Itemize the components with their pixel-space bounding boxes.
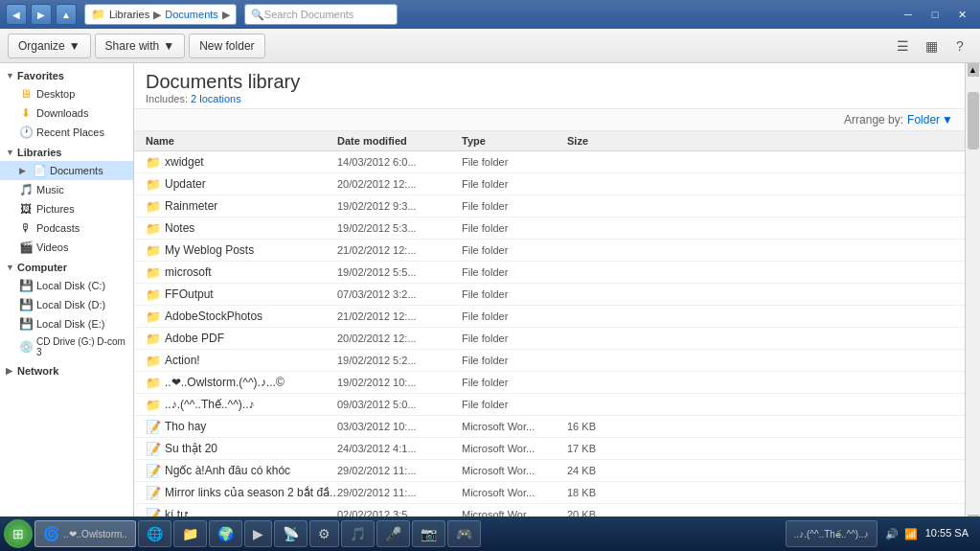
taskbar: ⊞ 🌀 ..❤..Owlstorm.. 🌐 📁 🌍 ▶ 📡 ⚙ 🎵 🎤 📷 🎮 …: [0, 517, 980, 551]
search-bar[interactable]: 🔍 Search Documents: [244, 4, 398, 25]
file-type: Microsoft Wor...: [462, 487, 567, 498]
scrollbar[interactable]: ▲ ▼: [965, 63, 980, 528]
file-name: FFOutput: [165, 287, 214, 301]
column-size[interactable]: Size: [567, 135, 644, 147]
file-type: File folder: [462, 355, 567, 366]
list-item[interactable]: 📁 My Weblog Posts 21/02/2012 12:... File…: [134, 240, 965, 262]
file-type: File folder: [462, 222, 567, 234]
folder-icon: 📁: [146, 242, 161, 258]
taskbar-game-icon: 🎮: [456, 526, 472, 541]
taskbar-app1-icon: 📁: [182, 526, 198, 541]
nav-item-videos[interactable]: 🎬 Videos: [0, 238, 133, 257]
minimize-button[interactable]: ─: [896, 6, 921, 23]
file-type: File folder: [462, 266, 567, 278]
volume-icon[interactable]: 🔊: [885, 528, 899, 540]
back-button[interactable]: ◀: [6, 4, 27, 25]
taskbar-ie-icon: 🌐: [147, 526, 163, 541]
nav-item-pictures[interactable]: 🖼 Pictures: [0, 199, 133, 218]
nav-item-downloads[interactable]: ⬇ Downloads: [0, 103, 133, 123]
taskbar-item-tray-text[interactable]: ..♪.(^^..Thế..^^)..♪: [786, 520, 877, 547]
file-name: Notes: [165, 221, 194, 235]
nav-item-documents[interactable]: ▶ 📄 Documents: [0, 161, 133, 180]
taskbar-item-game[interactable]: 🎮: [447, 520, 481, 547]
list-item[interactable]: 📁 microsoft 19/02/2012 5:5... File folde…: [134, 262, 965, 284]
taskbar-item-owlstorm[interactable]: 🌀 ..❤..Owlstorm..: [34, 520, 136, 547]
column-name[interactable]: Name: [146, 135, 337, 147]
list-item[interactable]: 📁 Updater 20/02/2012 12:... File folder: [134, 173, 965, 195]
list-item[interactable]: 📝 Tho hay 03/03/2012 10:... Microsoft Wo…: [134, 416, 965, 438]
taskbar-item-photo[interactable]: 📷: [412, 520, 445, 547]
maximize-button[interactable]: □: [923, 6, 947, 23]
nav-item-disk-c[interactable]: 💾 Local Disk (C:): [0, 276, 133, 295]
help-button[interactable]: ?: [947, 34, 972, 58]
taskbar-item-app3[interactable]: 📡: [274, 520, 308, 547]
close-button[interactable]: ✕: [949, 6, 974, 23]
file-date: 19/02/2012 10:...: [337, 377, 462, 388]
file-name: My Weblog Posts: [165, 243, 254, 257]
nav-item-cd[interactable]: 💿 CD Drive (G:) D-com 3: [0, 333, 133, 360]
favorites-header[interactable]: ▼ Favorites: [0, 67, 133, 84]
column-date[interactable]: Date modified: [337, 135, 462, 147]
list-item[interactable]: 📁 ..❤..Owlstorm.(^^).♪...© 19/02/2012 10…: [134, 372, 965, 394]
list-item[interactable]: 📁 xwidget 14/03/2012 6:0... File folder: [134, 151, 965, 173]
recent-label: Recent Places: [36, 126, 104, 138]
taskbar-item-app1[interactable]: 📁: [173, 520, 207, 547]
column-type[interactable]: Type: [462, 135, 567, 147]
locations-link[interactable]: 2 locations: [191, 93, 241, 104]
new-folder-button[interactable]: New folder: [189, 34, 264, 58]
list-item[interactable]: 📁 Action! 19/02/2012 5:2... File folder: [134, 350, 965, 372]
list-item[interactable]: 📝 Su thật 20 24/03/2012 4:1... Microsoft…: [134, 438, 965, 460]
file-size: 18 KB: [567, 487, 644, 498]
organize-button[interactable]: Organize ▼: [8, 34, 91, 58]
list-header: Name Date modified Type Size: [134, 131, 965, 151]
taskbar-item-media[interactable]: ▶: [244, 520, 272, 547]
network-tray-icon[interactable]: 📶: [904, 528, 918, 540]
list-item[interactable]: 📁 Rainmeter 19/02/2012 9:3... File folde…: [134, 195, 965, 218]
nav-item-music[interactable]: 🎵 Music: [0, 180, 133, 199]
file-size: 24 KB: [567, 465, 644, 476]
disk-e-label: Local Disk (E:): [36, 318, 105, 330]
network-header[interactable]: ▶ Network: [0, 362, 133, 379]
taskbar-item-app2[interactable]: 🌍: [209, 520, 242, 547]
nav-item-disk-e[interactable]: 💾 Local Disk (E:): [0, 314, 133, 333]
favorites-section: ▼ Favorites 🖥 Desktop ⬇ Downloads 🕐 Rece…: [0, 67, 133, 142]
file-name: Updater: [165, 177, 206, 191]
arrange-arrow-icon: ▼: [942, 113, 953, 126]
nav-item-desktop[interactable]: 🖥 Desktop: [0, 84, 133, 103]
arrange-value-button[interactable]: Folder ▼: [907, 113, 953, 126]
taskbar-item-ie[interactable]: 🌐: [138, 520, 171, 547]
documents-expand-icon: ▶: [19, 166, 29, 175]
share-with-button[interactable]: Share with ▼: [95, 34, 186, 58]
list-item[interactable]: 📁 Notes 19/02/2012 5:3... File folder: [134, 218, 965, 240]
file-type: File folder: [462, 310, 567, 322]
list-item[interactable]: 📁 AdobeStockPhotos 21/02/2012 12:... Fil…: [134, 306, 965, 328]
window-controls: ─ □ ✕: [896, 6, 974, 23]
file-type: Microsoft Wor...: [462, 465, 567, 476]
breadcrumb-documents: Documents: [165, 9, 218, 20]
forward-button[interactable]: ▶: [31, 4, 52, 25]
scrollbar-thumb[interactable]: [968, 92, 979, 149]
file-date: 20/02/2012 12:...: [337, 333, 462, 344]
list-item[interactable]: 📁 FFOutput 07/03/2012 3:2... File folder: [134, 284, 965, 306]
computer-header[interactable]: ▼ Computer: [0, 259, 133, 276]
up-button[interactable]: ▲: [56, 4, 77, 25]
list-item[interactable]: 📝 Mirror links của season 2 bắt đầ... 29…: [134, 482, 965, 504]
nav-item-disk-d[interactable]: 💾 Local Disk (D:): [0, 295, 133, 314]
recent-icon: 🕐: [19, 126, 33, 139]
list-item[interactable]: 📁 Adobe PDF 20/02/2012 12:... File folde…: [134, 328, 965, 350]
nav-item-podcasts[interactable]: 🎙 Podcasts: [0, 218, 133, 238]
downloads-label: Downloads: [36, 107, 88, 119]
list-item[interactable]: 📁 ..♪.(^^..Thế..^^)..♪ 09/03/2012 5:0...…: [134, 394, 965, 416]
nav-item-recent[interactable]: 🕐 Recent Places: [0, 123, 133, 142]
libraries-header[interactable]: ▼ Libraries: [0, 144, 133, 161]
address-bar[interactable]: 📁 Libraries ▶ Documents ▶: [84, 4, 237, 25]
taskbar-item-mic[interactable]: 🎤: [376, 520, 410, 547]
view-options-button[interactable]: ☰: [890, 34, 915, 58]
file-name: microsoft: [165, 265, 212, 279]
taskbar-settings-icon: ⚙: [318, 526, 330, 541]
start-button[interactable]: ⊞: [4, 519, 33, 548]
taskbar-item-music[interactable]: 🎵: [341, 520, 375, 547]
taskbar-item-settings[interactable]: ⚙: [309, 520, 339, 547]
list-item[interactable]: 📝 Ngốc à!Anh đâu có khóc 29/02/2012 11:.…: [134, 460, 965, 482]
view-details-button[interactable]: ▦: [919, 34, 944, 58]
